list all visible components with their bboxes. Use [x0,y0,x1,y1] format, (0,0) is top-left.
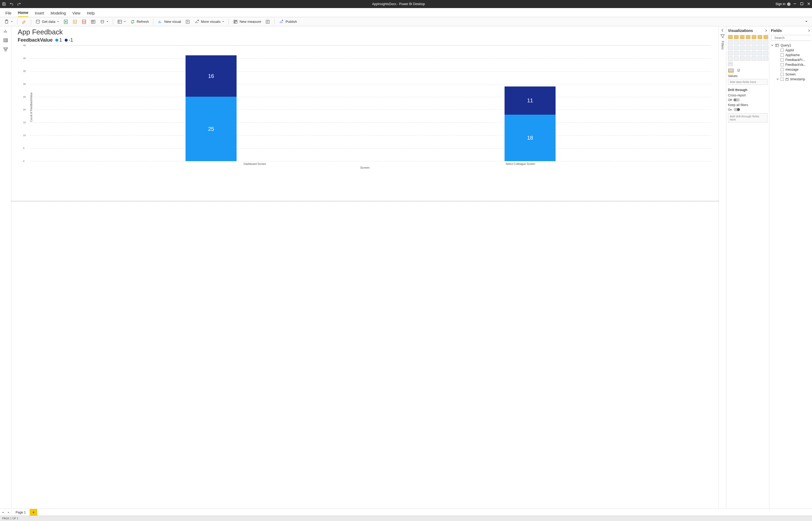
more-visuals-button[interactable]: More visuals [193,19,226,25]
quick-measure-button[interactable] [264,19,272,25]
fields-tab[interactable] [728,68,734,72]
format-tab[interactable] [737,68,742,72]
viz-type-tile[interactable] [751,35,757,39]
keep-filters-toggle[interactable] [734,108,740,111]
save-icon[interactable] [2,2,6,6]
bar-segment[interactable]: 25 [186,97,236,161]
field-checkbox[interactable] [781,73,784,76]
ribbon-overflow-button[interactable] [804,19,809,24]
field-checkbox[interactable] [781,58,784,62]
bar-group[interactable]: 1811 [505,87,556,161]
field-checkbox[interactable] [781,49,784,52]
field-column[interactable]: AppName [771,53,810,58]
table-name-label[interactable]: Query1 [781,44,791,47]
close-icon[interactable] [807,2,810,6]
viz-type-tile[interactable] [751,40,757,45]
new-measure-button[interactable]: New measure [231,19,263,25]
chevron-right-icon[interactable] [808,29,810,32]
viz-type-tile[interactable] [728,51,733,55]
cross-report-toggle[interactable] [733,98,740,101]
pbi-datasets-button[interactable] [71,19,79,25]
viz-type-tile[interactable] [746,56,750,61]
tab-modeling[interactable]: Modeling [50,11,66,17]
report-canvas[interactable]: App Feedback FeedbackValue 1 -1 Count of… [11,26,719,508]
field-checkbox[interactable] [781,63,784,66]
maximize-icon[interactable] [800,2,804,6]
viz-type-tile[interactable] [758,46,762,50]
bar-segment[interactable]: 16 [186,55,236,97]
model-view-icon[interactable] [3,47,8,52]
viz-type-tile[interactable] [763,40,768,45]
viz-type-tile[interactable] [734,35,739,39]
field-checkbox[interactable] [781,68,784,71]
data-view-icon[interactable] [3,38,8,43]
viz-type-tile[interactable] [758,35,762,39]
enter-data-button[interactable] [89,19,97,25]
viz-type-tile[interactable] [740,56,745,61]
viz-type-tile[interactable] [734,51,739,55]
chevron-right-icon[interactable] [765,29,767,32]
recent-sources-button[interactable] [98,19,110,25]
bar-group[interactable]: 2516 [186,55,236,161]
page-nav-prev[interactable]: ◄ [0,509,6,516]
viz-type-tile[interactable] [728,40,733,45]
field-checkbox[interactable] [781,53,784,56]
fields-search[interactable] [771,35,810,41]
field-column[interactable]: FeedbackFr... [771,58,810,62]
excel-source-button[interactable] [62,19,70,25]
field-column[interactable]: Screen [771,72,810,77]
viz-type-tile[interactable] [734,56,739,61]
field-column[interactable]: timestamp [771,77,810,82]
format-painter-button[interactable] [20,19,28,25]
fields-search-input[interactable] [774,36,812,40]
chevron-down-icon[interactable] [771,44,773,47]
viz-type-tile[interactable] [763,46,768,50]
get-data-button[interactable]: Get data [34,19,61,25]
new-visual-button[interactable]: New visual [156,19,183,25]
viz-type-tile[interactable] [763,35,768,39]
bar-segment[interactable]: 18 [505,115,556,161]
tab-view[interactable]: View [72,11,80,17]
filters-pane-collapsed[interactable]: Filters [719,26,726,508]
viz-type-tile[interactable] [740,51,745,55]
values-well[interactable]: Add data fields here [728,79,767,85]
viz-type-tile[interactable] [746,46,750,50]
sql-source-button[interactable] [80,19,88,25]
paste-button[interactable] [3,19,15,25]
viz-type-tile[interactable] [728,46,733,50]
viz-type-tile[interactable] [758,56,762,61]
redo-icon[interactable] [17,2,22,6]
bar-segment[interactable]: 11 [505,87,556,115]
field-column[interactable]: message [771,67,810,72]
tab-insert[interactable]: Insert [34,11,44,17]
report-view-icon[interactable] [3,28,8,34]
viz-type-tile[interactable] [763,56,768,61]
chevron-down-icon[interactable] [776,78,779,81]
undo-icon[interactable] [9,2,14,6]
viz-type-tile[interactable] [763,51,768,55]
viz-type-tile[interactable] [751,56,757,61]
viz-type-tile[interactable] [734,40,739,45]
page-tab[interactable]: Page 1 [12,509,30,516]
tab-file[interactable]: File [5,11,11,17]
legend-item-neg1[interactable]: -1 [65,37,73,43]
field-checkbox[interactable] [781,77,784,81]
viz-type-tile[interactable] [751,46,757,50]
viz-type-tile[interactable] [740,40,745,45]
minimize-icon[interactable] [793,2,796,6]
viz-type-tile[interactable] [746,40,750,45]
transform-data-button[interactable] [116,19,127,25]
drill-through-well[interactable]: Add drill-through fields here [728,113,767,122]
viz-type-tile[interactable] [740,35,745,39]
legend-item-1[interactable]: 1 [55,37,62,43]
viz-type-tile[interactable] [740,46,745,50]
page-nav-next[interactable]: ► [6,509,12,516]
add-page-button[interactable]: + [30,509,37,516]
refresh-button[interactable]: Refresh [129,19,150,25]
chevron-left-icon[interactable] [721,28,724,32]
viz-type-tile[interactable] [734,46,739,50]
viz-type-tile[interactable] [728,35,733,39]
viz-type-tile[interactable] [758,40,762,45]
field-column[interactable]: AppId [771,48,810,53]
viz-type-tile[interactable] [758,51,762,55]
